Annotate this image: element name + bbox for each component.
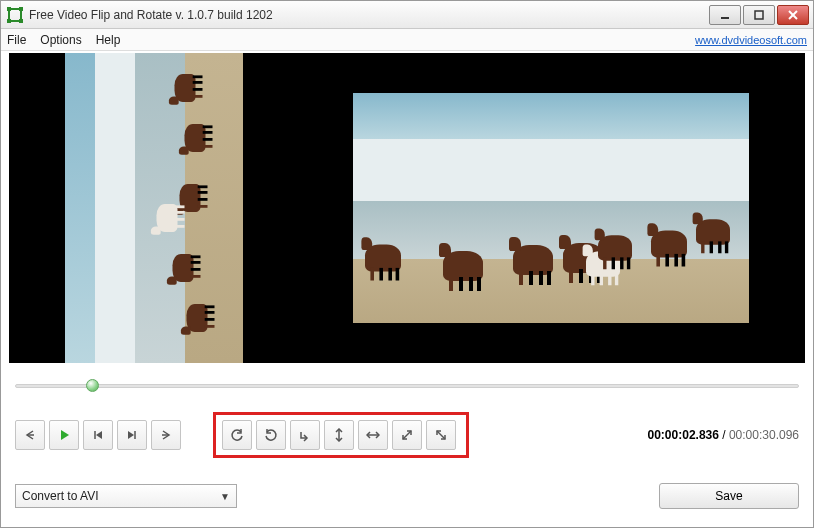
maximize-button[interactable] (743, 5, 775, 25)
time-current: 00:00:02.836 (648, 428, 719, 442)
menu-options[interactable]: Options (40, 33, 81, 47)
controls-row: 00:00:02.836 / 00:00:30.096 (15, 413, 799, 457)
time-total: 00:00:30.096 (729, 428, 799, 442)
flip-vertical-icon (332, 428, 346, 442)
svg-line-16 (437, 431, 445, 439)
goto-end-button[interactable] (117, 420, 147, 450)
rotate-ccw-90-button[interactable] (222, 420, 252, 450)
rotate-ccw-icon (230, 428, 244, 442)
vendor-link[interactable]: www.dvdvideosoft.com (695, 34, 807, 46)
arrow-right-icon (160, 429, 172, 441)
titlebar: Free Video Flip and Rotate v. 1.0.7 buil… (1, 1, 813, 29)
play-button[interactable] (49, 420, 79, 450)
svg-rect-4 (19, 19, 23, 23)
bottom-row: Convert to AVI ▼ Save (15, 483, 799, 509)
seek-track (15, 384, 799, 388)
menubar: File Options Help www.dvdvideosoft.com (1, 29, 813, 51)
seek-slider[interactable] (15, 377, 799, 395)
flip-horizontal-button[interactable] (358, 420, 388, 450)
arrow-left-icon (24, 429, 36, 441)
save-button[interactable]: Save (659, 483, 799, 509)
window-title: Free Video Flip and Rotate v. 1.0.7 buil… (29, 8, 273, 22)
next-frame-button[interactable] (151, 420, 181, 450)
window-controls (707, 5, 809, 25)
svg-rect-3 (7, 19, 11, 23)
chevron-down-icon: ▼ (220, 491, 230, 502)
output-format-combo[interactable]: Convert to AVI ▼ (15, 484, 237, 508)
transform-button-group (213, 412, 469, 458)
flip-rotate-cw-button[interactable] (392, 420, 422, 450)
play-icon (58, 429, 70, 441)
video-preview-area (9, 53, 805, 363)
time-separator: / (719, 428, 729, 442)
flip-rotate-ccw-button[interactable] (426, 420, 456, 450)
svg-line-15 (403, 431, 411, 439)
prev-frame-button[interactable] (15, 420, 45, 450)
close-button[interactable] (777, 5, 809, 25)
rotate-cw-icon (264, 428, 278, 442)
menu-help[interactable]: Help (96, 33, 121, 47)
svg-rect-1 (7, 7, 11, 11)
time-display: 00:00:02.836 / 00:00:30.096 (648, 428, 799, 442)
skip-end-icon (126, 429, 138, 441)
goto-start-button[interactable] (83, 420, 113, 450)
menu-file[interactable]: File (7, 33, 26, 47)
skip-start-icon (92, 429, 104, 441)
rotate-180-icon (298, 428, 312, 442)
flip-horizontal-icon (366, 428, 380, 442)
diagonal-nw-icon (434, 428, 448, 442)
flip-vertical-button[interactable] (324, 420, 354, 450)
output-format-selected: Convert to AVI (22, 489, 98, 503)
preview-pane-transformed (65, 53, 243, 363)
svg-rect-6 (755, 11, 763, 19)
seek-thumb[interactable] (86, 379, 99, 392)
rotate-180-button[interactable] (290, 420, 320, 450)
preview-pane-original (353, 93, 749, 323)
diagonal-ne-icon (400, 428, 414, 442)
svg-rect-2 (19, 7, 23, 11)
minimize-button[interactable] (709, 5, 741, 25)
app-icon (7, 7, 23, 23)
rotate-cw-90-button[interactable] (256, 420, 286, 450)
